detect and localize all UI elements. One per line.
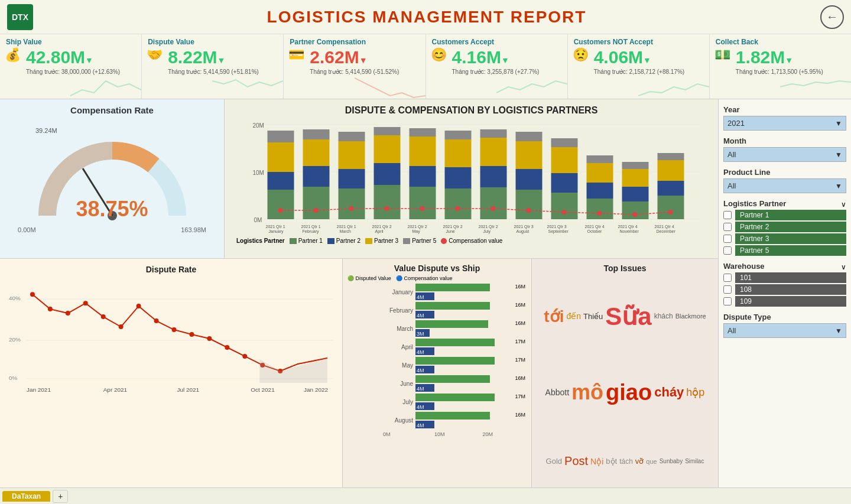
page-title: LOGISTICS MANAGEMENT REPORT <box>33 8 820 27</box>
year-dropdown[interactable]: 2021 ▼ <box>723 116 846 131</box>
kpi-collect-num: 1.82M <box>736 47 785 67</box>
partner3-checkbox[interactable] <box>723 235 732 243</box>
legend-comp: Compensation value <box>441 238 502 244</box>
wh109-checkbox[interactable] <box>723 297 732 305</box>
svg-text:November: November <box>620 229 639 233</box>
svg-text:2021 Qtr 2: 2021 Qtr 2 <box>443 225 463 229</box>
svg-text:2021 Qtr 1: 2021 Qtr 1 <box>301 225 321 229</box>
svg-rect-31 <box>410 128 436 136</box>
kpi-cust-accept-num: 4.16M <box>452 47 501 67</box>
svg-text:2021 Qtr 2: 2021 Qtr 2 <box>372 225 392 229</box>
svg-rect-65 <box>658 160 684 181</box>
value-dispute-title: Value Dispute vs Ship <box>347 264 527 273</box>
partner2-checkbox[interactable] <box>723 223 732 231</box>
svg-rect-23 <box>374 185 401 219</box>
partner5-checkbox[interactable] <box>723 246 732 255</box>
partner2-item: Partner 2 <box>723 222 846 232</box>
legend-p5: Partner 5 <box>403 238 436 244</box>
product-line-dropdown[interactable]: All ▼ <box>723 178 846 193</box>
month-label: Month <box>723 136 846 145</box>
kpi-dispute-icon: 🤝 <box>147 47 163 63</box>
legend-p1: Partner 1 <box>290 238 323 244</box>
dispute-chart-legend: Logistics Partner Partner 1 Partner 2 Pa… <box>230 238 712 244</box>
hbar-chart: January 16M 4M February <box>347 284 527 428</box>
svg-rect-16 <box>303 129 330 139</box>
svg-point-105 <box>154 318 159 323</box>
wh108-item: 108 <box>723 284 846 295</box>
dispute-type-dropdown[interactable]: All ▼ <box>723 323 846 338</box>
svg-rect-64 <box>658 181 684 196</box>
svg-rect-66 <box>658 153 684 160</box>
kpi-collect-title: Collect Back <box>716 38 845 46</box>
word-sunbaby: Sunbaby <box>660 458 683 464</box>
product-line-chevron: ▼ <box>835 182 842 190</box>
hbar-june: June 16M 4M <box>383 375 509 392</box>
kpi-collect-icon: 💵 <box>714 47 730 63</box>
svg-text:February: February <box>303 229 320 234</box>
svg-rect-8 <box>268 190 294 219</box>
wh101-item: 101 <box>723 272 846 283</box>
kpi-dispute-value: Dispute Value 🤝 8.22M ▼ Tháng trước: 5,4… <box>142 34 284 99</box>
year-label: Year <box>723 105 846 114</box>
dispute-rate-panel: Dispute Rate 40% 20% 0% <box>0 259 343 487</box>
kpi-ship-value: Ship Value 💰 42.80M ▼ Tháng trước: 38,00… <box>0 34 142 99</box>
filter-month: Month All ▼ <box>723 136 846 162</box>
year-value: 2021 <box>727 119 745 128</box>
kpi-partner-num: 2.62M <box>310 47 359 67</box>
kpi-dispute-sub: Tháng trước: 5,414,590 (+51.81%) <box>168 69 277 75</box>
svg-rect-44 <box>516 169 543 190</box>
svg-text:May: May <box>412 229 421 234</box>
kpi-partner-title: Partner Compensation <box>290 38 419 46</box>
svg-rect-50 <box>551 147 578 173</box>
tab-datataxan[interactable]: DaTaxan <box>2 491 50 502</box>
svg-point-103 <box>119 324 124 329</box>
svg-text:2021 Qtr 1: 2021 Qtr 1 <box>337 225 356 229</box>
filter-year: Year 2021 ▼ <box>723 105 846 131</box>
partner1-checkbox[interactable] <box>723 211 732 219</box>
dispute-type-value: All <box>727 326 736 335</box>
word-sua: Sữa <box>605 302 651 331</box>
back-button[interactable]: ← <box>820 5 844 29</box>
hbar-july: July 17M 4M <box>383 394 509 410</box>
svg-text:20%: 20% <box>9 336 21 343</box>
wh109-item: 109 <box>723 296 846 307</box>
kpi-collect-back: Collect Back 💵 1.82M ▼ Tháng trước: 1,71… <box>710 34 851 99</box>
svg-text:January: January <box>269 229 284 234</box>
kpi-cust-accept-arrow: ▼ <box>501 56 509 65</box>
kpi-partner-comp: Partner Compensation 💳 2.62M ▼ Tháng trư… <box>284 34 426 99</box>
month-dropdown[interactable]: All ▼ <box>723 147 846 162</box>
dispute-comp-panel: DISPUTE & COMPENSATION BY LOGISTICS PART… <box>225 99 718 258</box>
svg-point-101 <box>83 301 88 305</box>
svg-point-100 <box>66 311 70 316</box>
kpi-cust-not-sub: Tháng trước: 2,158,712 (+88.17%) <box>594 69 703 75</box>
right-sidebar: Year 2021 ▼ Month All ▼ Product Line All… <box>718 99 851 487</box>
svg-point-98 <box>30 292 35 297</box>
hbar-january: January 16M 4M <box>383 284 509 300</box>
wh101-label: 101 <box>735 272 846 283</box>
word-cloud: tới đến Thiếu Sữa khách Blackmore Abbott… <box>537 275 713 495</box>
kpi-cust-accept-title: Customers Accept <box>432 38 561 46</box>
svg-rect-45 <box>516 141 543 169</box>
kpi-partner-arrow: ▼ <box>359 56 368 65</box>
gauge-min: 0.00M <box>18 226 36 233</box>
left-panel: Compensation Rate 39.24M 38.75% 0.0 <box>0 99 718 487</box>
svg-point-109 <box>225 345 229 350</box>
kpi-cust-accept: Customers Accept 😊 4.16M ▼ Tháng trước: … <box>426 34 568 99</box>
svg-point-108 <box>207 336 212 341</box>
header: DTX LOGISTICS MANAGEMENT REPORT ← <box>0 0 851 34</box>
tab-add-button[interactable]: + <box>53 490 68 503</box>
wh101-checkbox[interactable] <box>723 274 732 282</box>
wh108-checkbox[interactable] <box>723 285 732 294</box>
svg-rect-51 <box>551 138 578 147</box>
svg-point-104 <box>137 304 141 308</box>
svg-marker-113 <box>259 358 327 383</box>
hbar-august: August 16M 4M <box>383 412 509 428</box>
word-toi: tới <box>544 307 564 326</box>
svg-rect-30 <box>410 136 436 166</box>
dispute-type-chevron: ▼ <box>835 327 842 335</box>
svg-point-106 <box>171 327 176 332</box>
dispute-rate-chart: 40% 20% 0% <box>6 277 336 412</box>
svg-rect-10 <box>268 142 294 172</box>
svg-point-99 <box>48 307 53 311</box>
kpi-dispute-arrow: ▼ <box>217 56 226 65</box>
